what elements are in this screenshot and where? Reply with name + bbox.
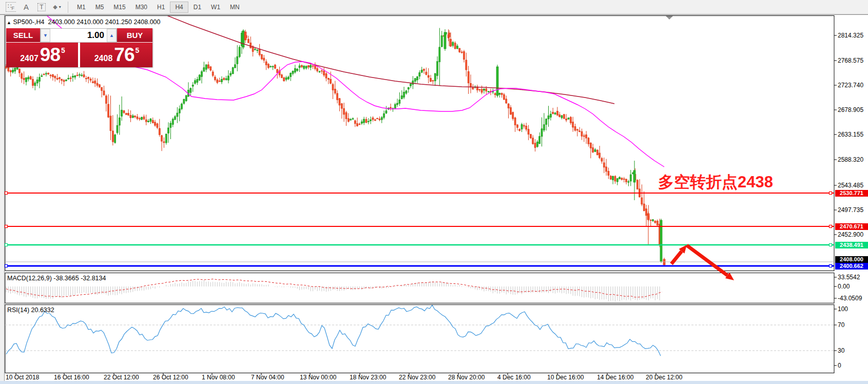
price-tick-label: 2723.740 <box>838 82 863 89</box>
price-tick-label: 2497.735 <box>838 206 863 214</box>
rsi-scale-label: 70 <box>838 321 844 329</box>
macd-scale-label: 33.5542 <box>838 274 860 281</box>
date-label: 14 Dec 16:00 <box>597 374 633 381</box>
sell-price-small: 2407 <box>20 54 38 63</box>
price-tick-label: 2814.325 <box>838 32 863 39</box>
rsi-scale-label: 0 <box>838 362 841 369</box>
timeframe-button-h4[interactable]: H4 <box>170 2 188 13</box>
macd-scale-label: -43.0509 <box>838 295 862 302</box>
toolbar: ∷F A T ◆ ▾ M1M5M15M30H1H4D1W1MN <box>0 0 868 14</box>
line-handle[interactable] <box>830 225 832 228</box>
date-label: 20 Dec 12:00 <box>646 374 682 381</box>
volume-control: ▼ ▲ <box>40 28 117 43</box>
turning-point-annotation[interactable]: 多空转折点2438 <box>658 171 773 193</box>
macd-scale-label: 0.00 <box>838 283 850 290</box>
date-label: 16 Oct 16:00 <box>54 374 89 381</box>
cursor-a-glyph: A <box>24 3 29 11</box>
buy-price-sup: 5 <box>135 46 139 54</box>
date-label: 22 Oct 12:00 <box>104 374 139 381</box>
price-badge: 2530.771 <box>835 190 868 197</box>
cursor-a-icon[interactable]: A <box>20 2 33 13</box>
toolbar-separator <box>68 2 68 13</box>
date-label: 4 Dec 16:00 <box>497 374 531 381</box>
chart-shift-icon[interactable]: ∷F <box>4 2 17 13</box>
date-label: 28 Nov 20:00 <box>448 374 485 381</box>
low-value: 2401.250 <box>105 18 132 26</box>
open-value: 2403.000 <box>48 18 75 26</box>
date-label: 7 Nov 04:00 <box>251 374 284 381</box>
rsi-label: RSI(14) 20.6332 <box>7 306 54 314</box>
line-handle[interactable] <box>830 192 832 195</box>
date-label: 26 Oct 12:00 <box>153 374 188 381</box>
timeframe-bar: M1M5M15M30H1H4D1W1MN <box>72 2 245 13</box>
macd-label: MACD(12,26,9) -38.3665 -32.8134 <box>7 275 106 282</box>
buy-button[interactable]: BUY <box>117 28 152 43</box>
volume-input[interactable] <box>50 29 107 42</box>
price-tick-label: 2452.900 <box>838 231 863 238</box>
price-badge: 2400.662 <box>835 263 868 270</box>
timeframe-button-d1[interactable]: D1 <box>189 2 206 13</box>
line-handle[interactable] <box>5 265 8 267</box>
text-label-glyph: T <box>37 3 45 11</box>
line-handle[interactable] <box>5 225 8 228</box>
date-label: 10 Oct 2018 <box>6 374 39 381</box>
line-handle[interactable] <box>830 244 832 246</box>
volume-decrease-button[interactable]: ▼ <box>41 29 50 42</box>
line-handle[interactable] <box>5 192 8 195</box>
price-badge: 2470.671 <box>835 223 868 230</box>
high-value: 2410.000 <box>76 18 103 26</box>
date-label: 13 Nov 00:00 <box>300 374 336 381</box>
price-tick-label: 2678.905 <box>838 106 863 113</box>
date-label: 1 Nov 08:00 <box>202 374 235 381</box>
symbol-label: SP500-,H4 <box>13 18 44 26</box>
dropdown-caret-icon: ▾ <box>59 5 61 9</box>
symbol-ohlc-header: ▲ SP500-,H4 2403.000 2410.000 2401.250 2… <box>7 18 161 26</box>
buy-price-display[interactable]: 2408 76 5 <box>80 43 152 67</box>
price-tick-label: 2633.155 <box>838 131 863 138</box>
line-handle[interactable] <box>5 244 8 246</box>
volume-increase-button[interactable]: ▲ <box>107 29 117 42</box>
metatrader-window: ∷F A T ◆ ▾ M1M5M15M30H1H4D1W1MN ▲ SP500-… <box>0 0 868 384</box>
timeframe-button-m30[interactable]: M30 <box>131 2 152 13</box>
close-value: 2408.000 <box>133 18 160 26</box>
buy-price-big: 76 <box>114 44 134 66</box>
timeframe-button-m5[interactable]: M5 <box>91 2 109 13</box>
timeframe-button-m1[interactable]: M1 <box>72 2 90 13</box>
rsi-scale-label: 30 <box>838 347 844 354</box>
price-tick-label: 2588.320 <box>838 156 863 163</box>
price-badge: 2408.000 <box>835 256 868 263</box>
chart-shift-glyph: ∷F <box>6 2 16 11</box>
text-label-icon[interactable]: T <box>35 2 48 13</box>
line-handle[interactable] <box>830 265 832 267</box>
sell-price-big: 98 <box>40 44 60 66</box>
arrange-glyph: ◆ <box>53 4 57 10</box>
sell-price-sup: 5 <box>61 46 65 54</box>
price-badge: 2438.491 <box>835 242 868 248</box>
price-tick-label: 2543.485 <box>838 182 863 189</box>
price-tick-label: 2768.575 <box>838 57 863 64</box>
collapse-marker-icon[interactable]: ▲ <box>7 20 11 25</box>
one-click-trading-panel: SELL ▼ ▲ BUY 2407 98 5 2408 76 5 <box>6 28 152 67</box>
date-label: 22 Nov 23:00 <box>399 374 435 381</box>
date-label: 10 Dec 16:00 <box>547 374 584 381</box>
rsi-scale-label: 100 <box>838 305 848 313</box>
timeframe-button-w1[interactable]: W1 <box>206 2 225 13</box>
buy-price-small: 2408 <box>94 54 113 63</box>
timeframe-button-mn[interactable]: MN <box>225 2 244 13</box>
date-label: 18 Nov 23:00 <box>350 374 386 381</box>
timeframe-button-h1[interactable]: H1 <box>152 2 169 13</box>
timeframe-button-m15[interactable]: M15 <box>109 2 130 13</box>
sell-price-display[interactable]: 2407 98 5 <box>6 43 79 67</box>
sell-button[interactable]: SELL <box>6 28 40 43</box>
arrange-icon[interactable]: ◆ ▾ <box>50 2 64 13</box>
